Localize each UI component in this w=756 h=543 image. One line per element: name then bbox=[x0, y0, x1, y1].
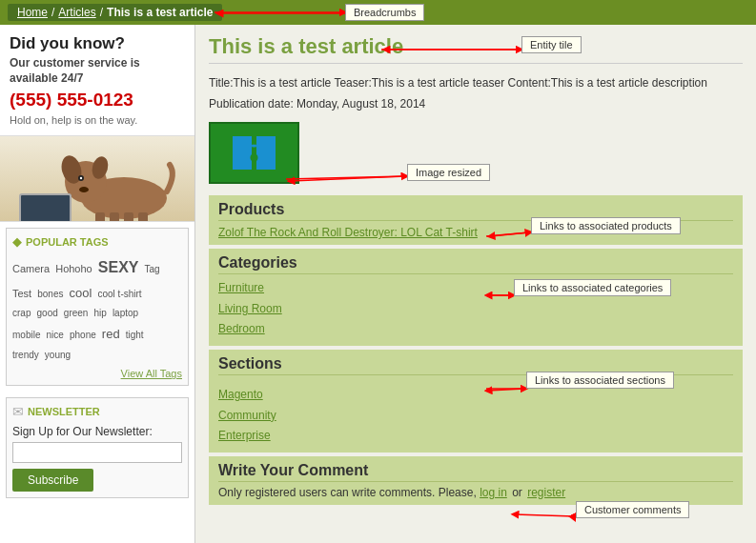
register-link[interactable]: register bbox=[527, 486, 565, 499]
breadcrumb: Home / Articles / This is a test article bbox=[8, 4, 222, 21]
annotation-image-resized: Image resized bbox=[407, 164, 490, 181]
tag-crap[interactable]: crap bbox=[12, 308, 31, 318]
tag-trendy[interactable]: trendy bbox=[12, 350, 39, 360]
annotation-comments: Customer comments bbox=[576, 501, 689, 518]
tag-camera[interactable]: Camera bbox=[12, 263, 50, 274]
breadcrumb-articles[interactable]: Articles bbox=[58, 6, 95, 19]
subscribe-button[interactable]: Subscribe bbox=[12, 469, 93, 492]
tag-hohoho[interactable]: Hohoho bbox=[55, 263, 92, 274]
svg-point-5 bbox=[80, 177, 82, 179]
tag-phone[interactable]: phone bbox=[70, 330, 96, 340]
category-link-bedroom[interactable]: Bedroom bbox=[218, 319, 733, 340]
dog-image bbox=[0, 136, 195, 222]
newsletter-input[interactable] bbox=[12, 442, 182, 463]
tag-hip[interactable]: hip bbox=[93, 308, 106, 318]
categories-title: Categories bbox=[218, 254, 733, 274]
breadcrumb-sep1: / bbox=[51, 6, 54, 19]
meta-teaser: Teaser:This is a test article teaser bbox=[334, 76, 504, 90]
svg-rect-17 bbox=[256, 155, 276, 170]
svg-rect-7 bbox=[95, 212, 105, 222]
promo-section: Did you know? Our customer service is av… bbox=[0, 25, 194, 136]
annotation-categories: Links to associated categories bbox=[514, 279, 671, 296]
section-link-enterprise[interactable]: Enterprise bbox=[218, 426, 733, 447]
svg-point-18 bbox=[251, 154, 258, 162]
tag-cool[interactable]: cool bbox=[70, 286, 92, 300]
annotation-breadcrumbs: Breadcrumbs bbox=[345, 4, 424, 21]
svg-rect-16 bbox=[233, 155, 252, 170]
svg-rect-8 bbox=[110, 212, 119, 222]
comment-title: Write Your Comment bbox=[218, 462, 733, 482]
tag-bones[interactable]: bones bbox=[37, 289, 63, 299]
newsletter-box: ✉ NEWSLETTER Sign Up for Our Newsletter:… bbox=[6, 397, 189, 498]
svg-rect-12 bbox=[21, 195, 70, 222]
newsletter-header: ✉ NEWSLETTER bbox=[12, 404, 182, 419]
svg-rect-10 bbox=[138, 212, 148, 222]
sections-section: Sections Magento Community Enterprise bbox=[209, 350, 743, 452]
popular-tags-box: ◆ POPULAR TAGS Camera Hohoho SEXY Tag Te… bbox=[6, 228, 189, 386]
puzzle-icon bbox=[228, 131, 280, 174]
tags-header: ◆ POPULAR TAGS bbox=[12, 234, 182, 249]
svg-rect-14 bbox=[233, 136, 252, 155]
newsletter-label: Sign Up for Our Newsletter: bbox=[12, 425, 182, 438]
tag-laptop[interactable]: laptop bbox=[112, 308, 138, 318]
tag-mobile[interactable]: mobile bbox=[12, 330, 40, 340]
promo-text: Our customer service is available 24/7 bbox=[10, 56, 185, 86]
section-link-community[interactable]: Community bbox=[218, 406, 733, 427]
svg-rect-15 bbox=[256, 136, 276, 155]
svg-rect-9 bbox=[124, 212, 133, 222]
breadcrumb-sep2: / bbox=[100, 6, 103, 19]
log-in-link[interactable]: log in bbox=[480, 486, 507, 499]
tag-nice[interactable]: nice bbox=[47, 330, 64, 340]
tag-test[interactable]: Test bbox=[12, 288, 31, 299]
comment-text: Only registered users can write comments… bbox=[218, 486, 733, 499]
svg-point-6 bbox=[79, 187, 89, 192]
promo-title: Did you know? bbox=[10, 34, 185, 53]
tags-list: Camera Hohoho SEXY Tag Test bones cool c… bbox=[12, 254, 182, 364]
annotation-entity-tile: Entity tile bbox=[521, 36, 582, 53]
help-text: Hold on, help is on the way. bbox=[10, 114, 185, 126]
tag-sexy[interactable]: SEXY bbox=[98, 259, 139, 275]
tag-good[interactable]: good bbox=[37, 308, 58, 318]
tag-green[interactable]: green bbox=[64, 308, 89, 318]
tag-young[interactable]: young bbox=[45, 350, 71, 360]
annotation-products: Links to associated products bbox=[531, 217, 681, 234]
tag-tag[interactable]: Tag bbox=[145, 264, 160, 274]
newsletter-icon: ✉ bbox=[12, 404, 24, 419]
phone-number: (555) 555-0123 bbox=[10, 90, 185, 111]
category-link-living-room[interactable]: Living Room bbox=[218, 299, 733, 320]
article-meta: Title:This is a test article Teaser:This… bbox=[209, 73, 743, 114]
breadcrumb-home[interactable]: Home bbox=[17, 6, 48, 19]
annotation-sections: Links to associated sections bbox=[526, 372, 674, 389]
categories-section: Categories Furniture Living Room Bedroom bbox=[209, 249, 743, 346]
breadcrumb-current: This is a test article bbox=[107, 6, 213, 19]
comment-section: Write Your Comment Only registered users… bbox=[209, 456, 743, 505]
view-all-tags[interactable]: View All Tags bbox=[12, 368, 182, 379]
tag-tight[interactable]: tight bbox=[126, 330, 144, 340]
tag-diamond-icon: ◆ bbox=[12, 234, 22, 249]
product-link-1[interactable]: Zolof The Rock And Roll Destroyer: LOL C… bbox=[218, 226, 478, 239]
tag-red[interactable]: red bbox=[102, 327, 120, 341]
article-image bbox=[209, 122, 299, 184]
meta-content: Content:This is a test article descripti… bbox=[507, 76, 706, 90]
tag-cool-tshirt[interactable]: cool t-shirt bbox=[97, 289, 141, 299]
article-title: This is a test article bbox=[209, 34, 743, 64]
meta-title: Title:This is a test article bbox=[209, 76, 331, 90]
meta-date: Publication date: Monday, August 18, 201… bbox=[209, 97, 425, 111]
